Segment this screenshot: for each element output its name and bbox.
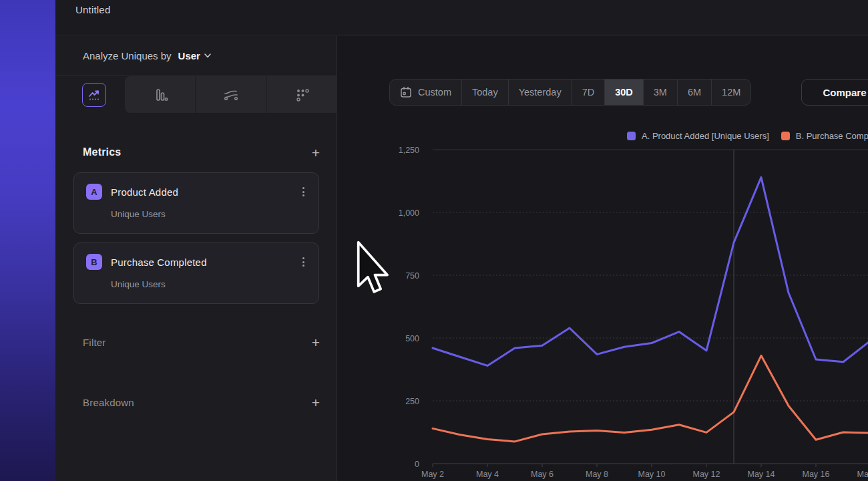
svg-text:May 10: May 10 xyxy=(638,470,666,479)
metric-options-button[interactable] xyxy=(297,185,309,198)
range-label: Custom xyxy=(418,87,451,98)
line-chart[interactable]: 02505007501,0001,250May 2May 4May 6May 8… xyxy=(361,140,868,481)
range-7d-button[interactable]: 7D xyxy=(572,79,605,105)
analyze-label: Analyze Uniques by xyxy=(83,50,172,61)
svg-text:0: 0 xyxy=(415,460,419,469)
add-breakdown-button[interactable]: + xyxy=(312,395,320,410)
svg-text:1,250: 1,250 xyxy=(399,146,419,155)
line-chart-icon xyxy=(87,88,101,102)
analyze-by-value: User xyxy=(178,50,200,61)
range-label: 30D xyxy=(615,87,633,98)
svg-text:May 4: May 4 xyxy=(476,470,499,479)
svg-text:May 16: May 16 xyxy=(803,470,830,479)
svg-text:May 14: May 14 xyxy=(748,470,775,479)
metric-measure[interactable]: Unique Users xyxy=(111,279,166,289)
metric-measure[interactable]: Unique Users xyxy=(111,209,166,219)
report-title[interactable]: Untitled xyxy=(75,4,110,15)
breakdown-label: Breakdown xyxy=(83,397,312,408)
range-yesterday-button[interactable]: Yesterday xyxy=(508,79,572,105)
svg-text:May 18: May 18 xyxy=(857,470,868,479)
analyze-by-dropdown[interactable]: User xyxy=(178,50,211,61)
metric-badge-a: A xyxy=(86,184,102,200)
legend-swatch-b xyxy=(781,132,790,140)
breakdown-section: Breakdown + xyxy=(55,392,337,412)
svg-text:750: 750 xyxy=(405,271,419,281)
chart-panel: Custom Today Yesterday 7D 30D 3M 6M 12M … xyxy=(338,36,868,481)
chart-type-tab-group xyxy=(125,76,337,113)
metrics-section-header: Metrics + xyxy=(55,142,337,163)
tab-grid-metrics[interactable] xyxy=(266,76,337,113)
query-sidebar: Analyze Uniques by User xyxy=(55,36,337,481)
range-custom-button[interactable]: Custom xyxy=(390,79,461,105)
calendar-icon xyxy=(400,86,412,98)
date-range-group: Custom Today Yesterday 7D 30D 3M 6M 12M xyxy=(389,79,751,106)
chart-type-tabs xyxy=(55,75,337,114)
filter-label: Filter xyxy=(83,337,312,348)
range-label: 7D xyxy=(582,87,595,98)
svg-text:250: 250 xyxy=(405,397,419,406)
add-filter-button[interactable]: + xyxy=(312,335,320,349)
metric-name: Purchase Completed xyxy=(111,257,207,268)
range-label: 6M xyxy=(688,87,701,98)
flow-chart-icon xyxy=(222,86,240,104)
header: Untitled xyxy=(55,0,868,35)
chevron-down-icon xyxy=(204,53,211,58)
metric-row: B Purchase Completed xyxy=(86,254,207,270)
add-metric-button[interactable]: + xyxy=(312,146,320,160)
grid-dots-icon xyxy=(293,86,310,104)
svg-text:500: 500 xyxy=(405,334,419,343)
range-label: Today xyxy=(472,87,498,98)
metric-badge-b: B xyxy=(86,254,102,270)
range-label: Yesterday xyxy=(519,87,562,98)
tab-flow-chart[interactable] xyxy=(195,76,266,113)
range-3m-button[interactable]: 3M xyxy=(643,79,677,105)
metric-name: Product Added xyxy=(111,186,178,198)
svg-text:May 2: May 2 xyxy=(421,470,444,479)
range-12m-button[interactable]: 12M xyxy=(711,79,750,105)
svg-text:May 12: May 12 xyxy=(693,470,720,479)
range-today-button[interactable]: Today xyxy=(461,79,508,105)
metric-row: A Product Added xyxy=(86,184,178,200)
svg-text:May 6: May 6 xyxy=(531,470,554,479)
legend-item-b[interactable]: B. Purchase Completed [Unique Users] xyxy=(781,131,868,141)
legend-label: B. Purchase Completed [Unique Users] xyxy=(796,131,868,141)
svg-text:1,000: 1,000 xyxy=(399,208,419,218)
range-30d-button[interactable]: 30D xyxy=(604,79,643,105)
legend-label: A. Product Added [Unique Users] xyxy=(642,131,769,141)
legend-item-a[interactable]: A. Product Added [Unique Users] xyxy=(627,131,769,141)
metric-card-a[interactable]: A Product Added Unique Users xyxy=(73,172,319,234)
app-window: Untitled Analyze Uniques by User xyxy=(0,0,868,481)
range-label: 3M xyxy=(654,87,667,98)
legend-swatch-a xyxy=(627,132,636,140)
range-label: 12M xyxy=(722,87,740,98)
tab-bar-chart[interactable] xyxy=(125,76,195,113)
analyze-row: Analyze Uniques by User xyxy=(55,36,337,75)
compare-button[interactable]: Compare xyxy=(801,79,868,106)
metrics-title: Metrics xyxy=(83,146,312,158)
metric-options-button[interactable] xyxy=(297,255,309,269)
metric-card-b[interactable]: B Purchase Completed Unique Users xyxy=(73,243,319,304)
desktop-gradient-strip xyxy=(0,0,55,481)
tab-line-chart[interactable] xyxy=(82,83,106,107)
filter-section: Filter + xyxy=(55,332,337,352)
bar-chart-icon xyxy=(152,86,169,104)
svg-text:May 8: May 8 xyxy=(586,470,608,479)
range-6m-button[interactable]: 6M xyxy=(677,79,711,105)
